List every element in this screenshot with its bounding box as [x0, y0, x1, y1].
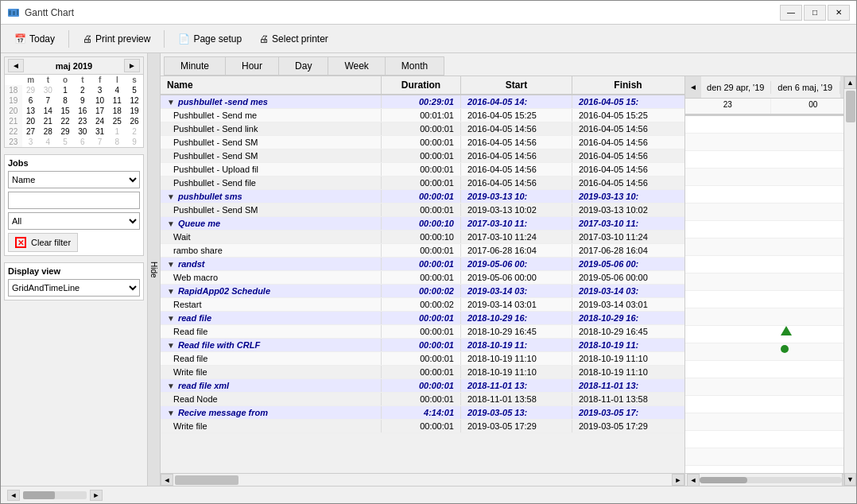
cal-day[interactable]: 13 — [22, 106, 40, 116]
cal-day[interactable]: 5 — [56, 137, 74, 147]
cal-day[interactable]: 8 — [56, 95, 74, 106]
timeline-horizontal-scrollbar[interactable]: ◄ ► — [685, 473, 856, 486]
status-scroll-right[interactable]: ► — [90, 490, 103, 501]
cal-day[interactable]: 17 — [91, 106, 109, 116]
cal-day[interactable]: 18 — [109, 106, 126, 116]
grid-scroll-thumb[interactable] — [175, 475, 238, 485]
cell-duration: 00:00:10 — [382, 217, 461, 230]
status-scroll-left[interactable]: ◄ — [7, 490, 20, 501]
cal-day[interactable]: 11 — [109, 95, 126, 106]
expand-icon[interactable]: ▼ — [167, 382, 175, 390]
cal-day[interactable]: 31 — [91, 126, 109, 137]
filter-value-input[interactable] — [8, 192, 140, 209]
vert-scroll-thumb[interactable] — [846, 91, 855, 122]
cal-day[interactable]: 26 — [126, 116, 143, 126]
expand-icon[interactable]: ▼ — [167, 260, 175, 269]
expand-icon[interactable]: ▼ — [167, 314, 175, 323]
timeline-scroll-left-button[interactable]: ◄ — [687, 474, 700, 487]
grid-scroll-right-button[interactable]: ► — [672, 474, 684, 486]
grid-scroll-left-button[interactable]: ◄ — [161, 474, 173, 486]
cell-duration: 4:14:01 — [382, 406, 461, 419]
cal-day[interactable]: 9 — [74, 95, 91, 106]
table-row: Read file 00:00:01 2018-10-19 11:10 2018… — [161, 352, 684, 366]
cal-day[interactable]: 29 — [22, 85, 40, 95]
vert-scroll-up-button[interactable]: ▲ — [844, 76, 856, 89]
cal-day[interactable]: 3 — [91, 85, 109, 95]
cal-day[interactable]: 27 — [22, 126, 40, 137]
hour-scale-button[interactable]: Hour — [225, 56, 279, 76]
day-scale-button[interactable]: Day — [278, 56, 328, 76]
cal-day[interactable]: 29 — [56, 126, 74, 137]
cal-day[interactable]: 5 — [126, 85, 143, 95]
cal-day[interactable]: 12 — [126, 95, 143, 106]
cal-day[interactable]: 30 — [40, 85, 57, 95]
cal-day[interactable]: 22 — [56, 116, 74, 126]
week-scale-button[interactable]: Week — [328, 56, 385, 76]
minute-scale-button[interactable]: Minute — [164, 56, 226, 76]
today-button[interactable]: 📅 Today — [7, 30, 62, 48]
cal-day[interactable]: 1 — [109, 126, 126, 137]
cal-day[interactable]: 9 — [126, 137, 143, 147]
cal-day[interactable]: 8 — [109, 137, 126, 147]
expand-icon[interactable]: ▼ — [167, 409, 175, 417]
minimize-button[interactable]: — — [780, 5, 802, 21]
cal-day[interactable]: 6 — [22, 95, 40, 106]
cal-day[interactable]: 2 — [126, 126, 143, 137]
cal-day[interactable]: 4 — [109, 85, 126, 95]
cell-duration: 00:00:01 — [382, 379, 461, 392]
grid-timeline-area: Name Duration Start Finish ▼pushbullet -… — [161, 76, 856, 486]
cell-duration: 00:00:01 — [382, 339, 461, 351]
close-button[interactable]: ✕ — [828, 5, 850, 21]
cal-day[interactable]: 19 — [126, 106, 143, 116]
vert-scroll-down-button[interactable]: ▼ — [844, 473, 856, 486]
week-number-23: 23 — [5, 137, 22, 147]
expand-icon[interactable]: ▼ — [167, 341, 175, 350]
cal-day[interactable]: 15 — [56, 106, 74, 116]
cal-day[interactable]: 20 — [22, 116, 40, 126]
cal-day[interactable]: 25 — [109, 116, 126, 126]
cal-day[interactable]: 28 — [40, 126, 57, 137]
maximize-button[interactable]: □ — [804, 5, 826, 21]
cal-day[interactable]: 1 — [56, 85, 74, 95]
hide-panel-button[interactable]: Hide — [148, 53, 161, 486]
table-row: Pushbullet - Send me 00:01:01 2016-04-05… — [161, 109, 684, 122]
filter-status-select[interactable]: All — [8, 212, 140, 230]
cal-day[interactable]: 16 — [74, 106, 91, 116]
week-number-21: 21 — [5, 116, 22, 126]
status-scroll-thumb[interactable] — [23, 491, 55, 499]
month-scale-button[interactable]: Month — [385, 56, 444, 76]
cell-finish: 2016-04-05 14:56 — [572, 136, 684, 149]
svg-rect-3 — [17, 10, 18, 15]
vertical-scrollbar[interactable]: ▲ ▼ — [843, 76, 856, 486]
cal-day[interactable]: 7 — [91, 137, 109, 147]
expand-icon[interactable]: ▼ — [167, 192, 175, 201]
cal-day[interactable]: 10 — [91, 95, 109, 106]
timeline-prev-button[interactable]: ◄ — [685, 76, 701, 98]
expand-icon[interactable]: ▼ — [167, 219, 175, 228]
display-view-select[interactable]: GridAndTimeLine — [8, 279, 140, 297]
clear-filter-button[interactable]: ✕ Clear filter — [8, 233, 78, 252]
cal-day[interactable]: 14 — [40, 106, 57, 116]
cal-day[interactable]: 24 — [91, 116, 109, 126]
select-printer-button[interactable]: 🖨 Select printer — [252, 30, 335, 48]
cal-day[interactable]: 2 — [74, 85, 91, 95]
expand-icon[interactable]: ▼ — [167, 287, 175, 296]
cell-duration: 00:00:01 — [382, 366, 461, 378]
cal-day[interactable]: 30 — [74, 126, 91, 137]
grid-horizontal-scrollbar[interactable]: ◄ ► — [161, 473, 684, 486]
page-setup-button[interactable]: 📄 Page setup — [171, 30, 249, 48]
calendar-prev-button[interactable]: ◄ — [8, 59, 24, 72]
table-row: Read Node 00:00:01 2018-11-01 13:58 2018… — [161, 393, 684, 406]
expand-icon[interactable]: ▼ — [167, 98, 175, 107]
cal-day[interactable]: 4 — [40, 137, 57, 147]
filter-type-select[interactable]: Name — [8, 171, 140, 188]
timeline-scroll-thumb[interactable] — [700, 477, 747, 483]
cal-day[interactable]: 23 — [74, 116, 91, 126]
cell-name: ▼RapidApp02 Schedule — [161, 285, 382, 297]
cal-day[interactable]: 7 — [40, 95, 57, 106]
cal-day[interactable]: 6 — [74, 137, 91, 147]
cal-day[interactable]: 3 — [22, 137, 40, 147]
cal-day[interactable]: 21 — [40, 116, 57, 126]
calendar-next-button[interactable]: ► — [124, 59, 140, 72]
print-preview-button[interactable]: 🖨 Print preview — [76, 30, 157, 48]
